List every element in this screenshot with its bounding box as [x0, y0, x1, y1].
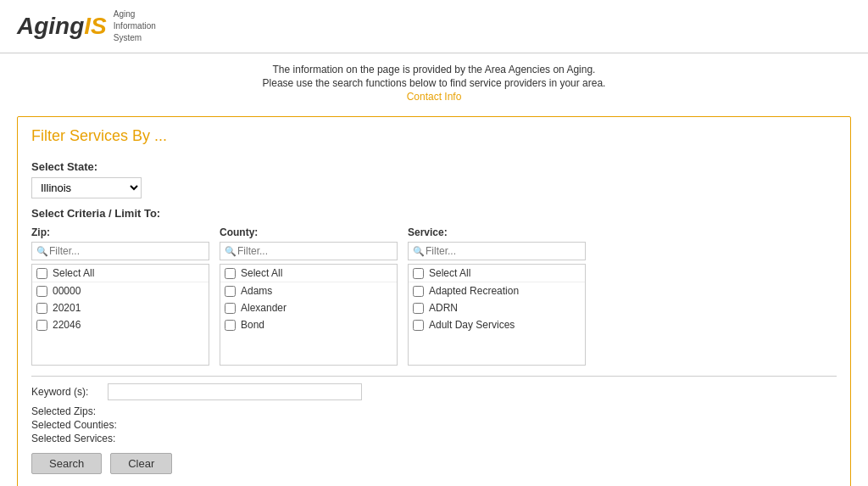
zip-select-all[interactable]: Select All — [32, 265, 209, 282]
state-select[interactable]: Illinois Indiana Iowa Michigan Wisconsin — [31, 177, 142, 198]
criteria-label: Select Criteria / Limit To: — [31, 207, 837, 220]
logo-tagline: Aging Information System — [114, 8, 156, 44]
service-item-2: Adult Day Services — [429, 319, 515, 331]
zip-item-0: 00000 — [53, 285, 81, 297]
county-column: County: 🔍 Select All Adams — [220, 226, 398, 366]
service-label: Service: — [408, 226, 586, 238]
service-column: Service: 🔍 Select All Adapted Recreation — [408, 226, 586, 366]
main-content: Filter Services By ... Select State: Ill… — [0, 108, 868, 486]
county-select-all-checkbox[interactable] — [225, 268, 236, 279]
search-button[interactable]: Search — [31, 453, 102, 474]
zip-item-2: 22046 — [53, 319, 81, 331]
keyword-input[interactable] — [108, 383, 362, 400]
info-bar: The information on the page is provided … — [0, 53, 868, 108]
county-item-checkbox-1[interactable] — [225, 303, 236, 314]
clear-button[interactable]: Clear — [110, 453, 172, 474]
list-item[interactable]: 22046 — [32, 316, 209, 333]
service-item-checkbox-2[interactable] — [413, 320, 424, 331]
state-label: Select State: — [31, 160, 837, 173]
zip-filter-input[interactable] — [31, 242, 209, 260]
list-item[interactable]: Adams — [220, 282, 397, 299]
service-filter-wrap: 🔍 — [408, 242, 586, 260]
zip-item-checkbox-0[interactable] — [36, 286, 47, 297]
filter-box: Filter Services By ... Select State: Ill… — [17, 116, 851, 486]
list-item[interactable]: ADRN — [409, 299, 585, 316]
county-item-2: Bond — [241, 319, 264, 331]
selected-counties-label: Selected Counties: — [31, 419, 117, 431]
zip-item-checkbox-2[interactable] — [36, 320, 47, 331]
county-select-all-label: Select All — [241, 267, 282, 279]
zip-item-1: 20201 — [53, 302, 81, 314]
service-item-1: ADRN — [429, 302, 458, 314]
keyword-label: Keyword (s): — [31, 386, 108, 398]
county-select-all[interactable]: Select All — [220, 265, 397, 282]
service-item-0: Adapted Recreation — [429, 285, 519, 297]
zip-item-checkbox-1[interactable] — [36, 303, 47, 314]
zip-column: Zip: 🔍 Select All 00000 — [31, 226, 209, 366]
county-item-0: Adams — [241, 285, 272, 297]
contact-link[interactable]: Contact Info — [407, 91, 462, 103]
county-filter-input[interactable] — [220, 242, 398, 260]
service-search-icon: 🔍 — [413, 246, 425, 257]
service-select-all[interactable]: Select All — [409, 265, 585, 282]
county-filter-wrap: 🔍 — [220, 242, 398, 260]
selected-zips-line: Selected Zips: — [31, 405, 837, 417]
list-item[interactable]: Bond — [220, 316, 397, 333]
service-select-all-label: Select All — [429, 267, 470, 279]
zip-select-all-checkbox[interactable] — [36, 268, 47, 279]
zip-select-all-label: Select All — [53, 267, 94, 279]
selected-services-label: Selected Services: — [31, 433, 115, 444]
selected-info: Selected Zips: Selected Counties: Select… — [31, 405, 837, 444]
county-item-checkbox-0[interactable] — [225, 286, 236, 297]
list-item[interactable]: Adult Day Services — [409, 316, 585, 333]
zip-search-icon: 🔍 — [36, 246, 48, 257]
columns-row: Zip: 🔍 Select All 00000 — [31, 226, 837, 366]
info-line2: Please use the search functions below to… — [17, 77, 851, 89]
selected-zips-label: Selected Zips: — [31, 405, 96, 417]
logo-is: IS — [84, 13, 106, 39]
county-item-1: Alexander — [241, 302, 287, 314]
info-line1: The information on the page is provided … — [17, 64, 851, 75]
service-filter-input[interactable] — [408, 242, 586, 260]
logo-text: AgingIS — [17, 13, 107, 40]
list-item[interactable]: Adapted Recreation — [409, 282, 585, 299]
filter-title: Filter Services By ... — [31, 127, 837, 150]
zip-label: Zip: — [31, 226, 209, 238]
divider — [31, 376, 837, 377]
service-item-checkbox-1[interactable] — [413, 303, 424, 314]
county-list-box[interactable]: Select All Adams Alexander Bond — [220, 264, 398, 366]
header: AgingIS Aging Information System — [0, 0, 868, 53]
list-item[interactable]: 00000 — [32, 282, 209, 299]
zip-filter-wrap: 🔍 — [31, 242, 209, 260]
county-label: County: — [220, 226, 398, 238]
service-list-box[interactable]: Select All Adapted Recreation ADRN Adult… — [408, 264, 586, 366]
keyword-row: Keyword (s): — [31, 383, 837, 400]
selected-services-line: Selected Services: — [31, 433, 837, 444]
county-search-icon: 🔍 — [225, 246, 236, 257]
logo-aging: Aging — [17, 13, 84, 39]
selected-counties-line: Selected Counties: — [31, 419, 837, 431]
button-row: Search Clear — [31, 453, 837, 474]
list-item[interactable]: 20201 — [32, 299, 209, 316]
service-select-all-checkbox[interactable] — [413, 268, 424, 279]
service-item-checkbox-0[interactable] — [413, 286, 424, 297]
logo: AgingIS Aging Information System — [17, 8, 156, 44]
county-item-checkbox-2[interactable] — [225, 320, 236, 331]
zip-list-box[interactable]: Select All 00000 20201 22046 — [31, 264, 209, 366]
list-item[interactable]: Alexander — [220, 299, 397, 316]
